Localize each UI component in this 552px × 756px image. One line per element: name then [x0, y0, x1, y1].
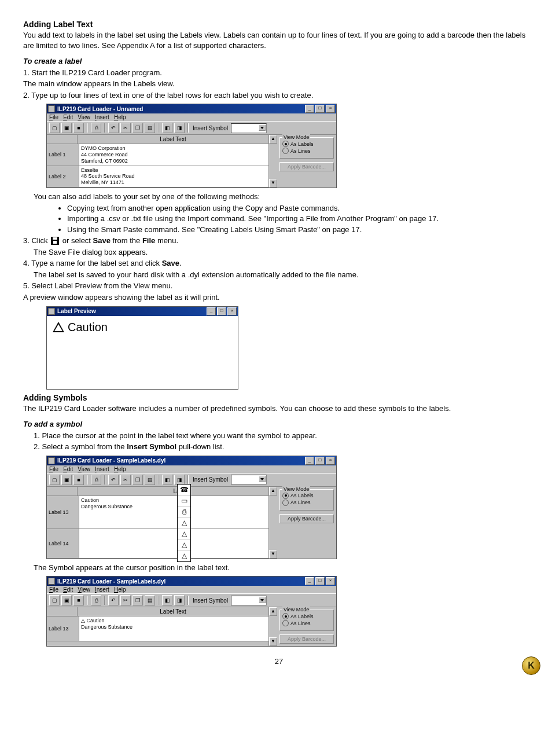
maximize-button[interactable]: □: [217, 307, 226, 315]
open-button[interactable]: ▣: [61, 475, 72, 485]
menu-file[interactable]: File: [49, 586, 58, 593]
close-button[interactable]: ×: [326, 457, 335, 465]
menu-help[interactable]: Help: [114, 586, 126, 593]
menu-view[interactable]: View: [78, 114, 90, 120]
symbol-option[interactable]: △: [178, 518, 190, 529]
symbol-dropdown[interactable]: ☎ ▭ ⎙ △ △ △ △: [177, 484, 191, 562]
paste-button[interactable]: ▤: [145, 595, 155, 605]
radio-as-lines[interactable]: As Lines: [282, 148, 331, 154]
row-header[interactable]: Label 1: [47, 144, 79, 165]
open-button[interactable]: ▣: [61, 595, 72, 605]
vertical-scrollbar[interactable]: ▲▼: [268, 487, 277, 559]
new-button[interactable]: ▢: [49, 123, 60, 133]
apply-barcode-button[interactable]: Apply Barcode...: [279, 162, 334, 171]
paste-button[interactable]: ▤: [145, 123, 155, 133]
print-button[interactable]: ⎙: [91, 123, 101, 133]
menu-help[interactable]: Help: [114, 466, 126, 472]
caution-icon: [53, 322, 64, 332]
scroll-up-icon[interactable]: ▲: [269, 135, 277, 144]
radio-as-labels[interactable]: As Labels: [282, 141, 331, 147]
symbol-option[interactable]: ☎: [178, 485, 190, 496]
undo-button[interactable]: ↶: [108, 595, 119, 605]
radio-as-labels[interactable]: As Labels: [282, 493, 331, 499]
copy-button[interactable]: ❐: [133, 123, 143, 133]
tool-button[interactable]: ◧: [162, 123, 172, 133]
menu-file[interactable]: File: [49, 466, 58, 472]
step: 1. Place the cursor at the point in the …: [34, 431, 535, 441]
close-button[interactable]: ×: [326, 105, 335, 113]
minimize-button[interactable]: _: [207, 307, 216, 315]
tool-button[interactable]: ◨: [174, 123, 185, 133]
print-button[interactable]: ⎙: [91, 595, 101, 605]
row-header[interactable]: Label 2: [47, 166, 79, 187]
minimize-button[interactable]: _: [305, 457, 314, 465]
row-header[interactable]: Label 13: [47, 616, 79, 641]
minimize-button[interactable]: _: [305, 105, 314, 113]
scroll-down-icon[interactable]: ▼: [269, 179, 277, 188]
menu-edit[interactable]: Edit: [63, 114, 73, 120]
symbol-option[interactable]: △: [178, 529, 190, 540]
menu-edit[interactable]: Edit: [63, 586, 73, 593]
menu-bar: File Edit View Insert Help: [47, 113, 336, 121]
copy-button[interactable]: ❐: [133, 595, 143, 605]
label-cell[interactable]: Caution Dangerous Substance: [79, 496, 268, 529]
undo-button[interactable]: ↶: [108, 123, 119, 133]
radio-as-lines[interactable]: As Lines: [282, 500, 331, 506]
label-cell[interactable]: DYMO Corporation 44 Commerce Road Stamfo…: [79, 144, 268, 165]
row-header[interactable]: Label 13: [47, 496, 79, 529]
menu-insert[interactable]: Insert: [95, 114, 109, 120]
vertical-scrollbar[interactable]: ▲▼: [268, 607, 277, 646]
open-button[interactable]: ▣: [61, 123, 72, 133]
label-cell[interactable]: [79, 529, 268, 558]
window-title: ILP219 Card Loader - SampleLabels.dyl: [57, 578, 304, 585]
cut-button[interactable]: ✂: [120, 123, 131, 133]
symbol-option[interactable]: ⎙: [178, 507, 190, 518]
symbol-option[interactable]: △: [178, 540, 190, 551]
paste-button[interactable]: ▤: [145, 475, 155, 485]
cut-button[interactable]: ✂: [120, 475, 131, 485]
copy-button[interactable]: ❐: [133, 475, 143, 485]
label-cell[interactable]: Esselte 48 South Service Road Melville, …: [79, 166, 268, 187]
maximize-button[interactable]: □: [315, 105, 325, 113]
radio-as-lines[interactable]: As Lines: [282, 620, 331, 626]
column-header: Label Text: [78, 607, 268, 616]
new-button[interactable]: ▢: [49, 475, 60, 485]
step: 2. Type up to four lines of text in one …: [23, 90, 535, 101]
column-header: Label: [78, 487, 268, 496]
menu-insert[interactable]: Insert: [95, 586, 109, 593]
save-button[interactable]: ■: [73, 475, 84, 485]
menu-view[interactable]: View: [78, 466, 90, 472]
maximize-button[interactable]: □: [315, 457, 325, 465]
close-button[interactable]: ×: [227, 307, 237, 315]
tool-button[interactable]: ◧: [162, 595, 172, 605]
cut-button[interactable]: ✂: [120, 595, 131, 605]
label-cell[interactable]: △ Caution Dangerous Substance: [79, 616, 268, 641]
maximize-button[interactable]: □: [315, 577, 325, 585]
radio-as-labels[interactable]: As Labels: [282, 613, 331, 619]
save-button[interactable]: ■: [73, 595, 84, 605]
insert-symbol-combo[interactable]: [231, 123, 267, 133]
tool-button[interactable]: ◨: [174, 595, 185, 605]
save-button[interactable]: ■: [73, 123, 84, 133]
tool-button[interactable]: ◧: [162, 475, 172, 485]
brand-logo-icon: K: [522, 656, 540, 675]
apply-barcode-button[interactable]: Apply Barcode...: [279, 634, 334, 644]
apply-barcode-button[interactable]: Apply Barcode...: [279, 514, 334, 523]
menu-view[interactable]: View: [78, 586, 90, 593]
symbol-option[interactable]: ▭: [178, 496, 190, 507]
minimize-button[interactable]: _: [305, 577, 314, 585]
close-button[interactable]: ×: [326, 577, 335, 585]
print-button[interactable]: ⎙: [91, 475, 101, 485]
undo-button[interactable]: ↶: [108, 475, 119, 485]
vertical-scrollbar[interactable]: ▲ ▼: [268, 135, 277, 188]
menu-file[interactable]: File: [49, 114, 58, 120]
row-header[interactable]: Label 14: [47, 529, 79, 558]
insert-symbol-combo[interactable]: [231, 596, 267, 605]
menu-edit[interactable]: Edit: [63, 466, 73, 472]
menu-help[interactable]: Help: [114, 114, 126, 120]
insert-symbol-combo[interactable]: [231, 475, 267, 485]
new-button[interactable]: ▢: [49, 595, 60, 605]
toolbar: ▢ ▣ ■ ⎙ ↶ ✂ ❐ ▤ ◧ ◨ Insert Symbol: [47, 121, 336, 135]
menu-insert[interactable]: Insert: [95, 466, 109, 472]
symbol-option[interactable]: △: [178, 551, 190, 562]
